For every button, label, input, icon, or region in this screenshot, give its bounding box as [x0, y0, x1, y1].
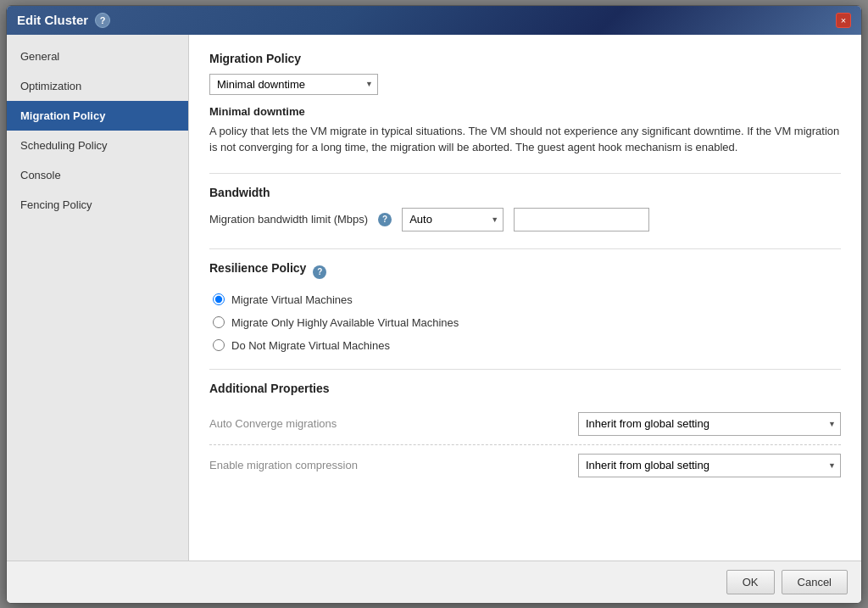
additional-select-1[interactable]: Inherit from global setting On Off	[578, 412, 841, 436]
divider-3	[209, 369, 841, 370]
additional-select-2[interactable]: Inherit from global setting On Off	[578, 454, 841, 477]
additional-select-wrapper-1: Inherit from global setting On Off	[578, 412, 841, 436]
additional-row-1: Auto Converge migrations Inherit from gl…	[209, 404, 841, 445]
sidebar-item-general[interactable]: General	[7, 42, 188, 71]
radio-migrate-ha-input[interactable]	[213, 316, 225, 328]
bandwidth-section: Bandwidth Migration bandwidth limit (Mbp…	[209, 186, 841, 231]
divider-1	[209, 173, 841, 174]
bandwidth-input[interactable]	[514, 208, 649, 231]
radio-do-not-migrate-label: Do Not Migrate Virtual Machines	[231, 339, 390, 352]
close-button[interactable]: ×	[836, 13, 851, 28]
dialog-title: Edit Cluster	[17, 13, 88, 27]
title-help-icon[interactable]: ?	[95, 13, 110, 28]
radio-do-not-migrate[interactable]: Do Not Migrate Virtual Machines	[213, 339, 841, 352]
dialog-footer: OK Cancel	[7, 561, 861, 603]
cancel-button[interactable]: Cancel	[782, 570, 848, 594]
sidebar-item-scheduling-policy[interactable]: Scheduling Policy	[7, 131, 188, 160]
bandwidth-help-icon[interactable]: ?	[378, 213, 392, 226]
title-left: Edit Cluster ?	[17, 13, 110, 28]
additional-title: Additional Properties	[209, 382, 841, 395]
edit-cluster-dialog: Edit Cluster ? × General Optimization Mi…	[6, 5, 862, 604]
bandwidth-select-wrapper: Auto Custom	[402, 208, 504, 231]
radio-migrate-vms-label: Migrate Virtual Machines	[231, 293, 353, 306]
additional-section: Additional Properties Auto Converge migr…	[209, 382, 841, 486]
radio-migrate-ha[interactable]: Migrate Only Highly Available Virtual Ma…	[213, 316, 841, 329]
radio-migrate-vms-input[interactable]	[213, 293, 225, 305]
policy-select[interactable]: Minimal downtime Legacy Suspend workload…	[209, 74, 378, 95]
additional-label-1: Auto Converge migrations	[209, 417, 578, 430]
policy-description: A policy that lets the VM migrate in typ…	[209, 123, 841, 156]
sidebar-item-fencing-policy[interactable]: Fencing Policy	[7, 190, 188, 220]
divider-2	[209, 248, 841, 249]
sidebar: General Optimization Migration Policy Sc…	[7, 35, 189, 561]
bandwidth-select[interactable]: Auto Custom	[402, 208, 504, 231]
bandwidth-label: Migration bandwidth limit (Mbps)	[209, 213, 368, 226]
policy-select-row: Minimal downtime Legacy Suspend workload…	[209, 74, 841, 95]
resilience-title: Resilience Policy	[209, 261, 306, 275]
ok-button[interactable]: OK	[726, 570, 775, 594]
sidebar-item-migration-policy[interactable]: Migration Policy	[7, 101, 188, 131]
sidebar-item-console[interactable]: Console	[7, 160, 188, 190]
resilience-section: Resilience Policy ? Migrate Virtual Mach…	[209, 261, 841, 352]
main-content: Migration Policy Minimal downtime Legacy…	[189, 35, 861, 561]
bandwidth-title: Bandwidth	[209, 186, 841, 199]
radio-do-not-migrate-input[interactable]	[213, 339, 225, 351]
migration-policy-title: Migration Policy	[209, 52, 841, 65]
radio-migrate-vms[interactable]: Migrate Virtual Machines	[213, 293, 841, 306]
radio-migrate-ha-label: Migrate Only Highly Available Virtual Ma…	[231, 316, 459, 329]
policy-name: Minimal downtime	[209, 105, 841, 118]
policy-select-wrapper: Minimal downtime Legacy Suspend workload…	[209, 74, 378, 95]
sidebar-item-optimization[interactable]: Optimization	[7, 71, 188, 101]
additional-select-wrapper-2: Inherit from global setting On Off	[578, 454, 841, 477]
radio-group: Migrate Virtual Machines Migrate Only Hi…	[209, 293, 841, 352]
additional-row-2: Enable migration compression Inherit fro…	[209, 445, 841, 486]
resilience-title-row: Resilience Policy ?	[209, 261, 841, 283]
dialog-body: General Optimization Migration Policy Sc…	[7, 35, 861, 561]
resilience-help-icon[interactable]: ?	[313, 265, 326, 279]
bandwidth-row: Migration bandwidth limit (Mbps) ? Auto …	[209, 208, 841, 231]
additional-label-2: Enable migration compression	[209, 459, 578, 471]
dialog-titlebar: Edit Cluster ? ×	[7, 6, 861, 35]
